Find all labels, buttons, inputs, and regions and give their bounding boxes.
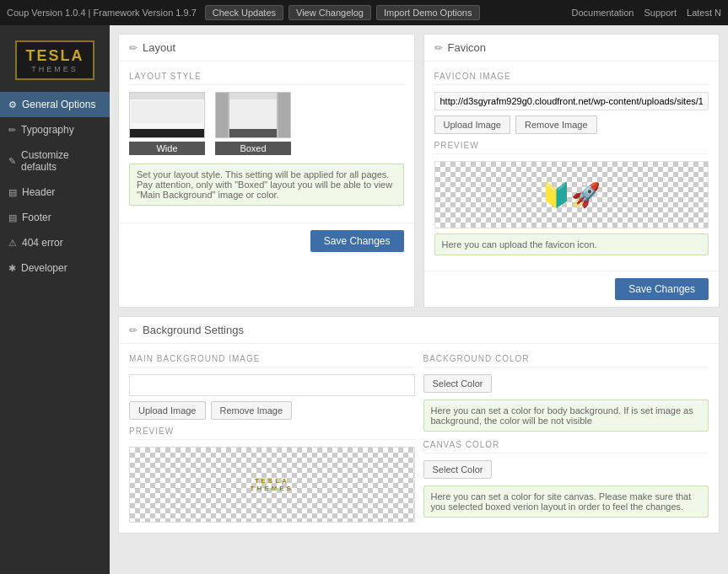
sidebar-item-label: Typography (21, 124, 74, 136)
edit-icon: ✏ (129, 42, 138, 54)
favicon-info-text: Here you can upload the favicon icon. (434, 233, 709, 255)
edit-icon: ✏ (434, 42, 443, 54)
sidebar-item-label: Customize defaults (21, 149, 101, 173)
layout-options: Wide (129, 92, 404, 155)
logo-name: TESLA (25, 47, 84, 65)
sidebar-item-general-options[interactable]: ⚙ General Options (0, 92, 110, 117)
bg-row: MAIN BACKGROUND IMAGE Upload Image Remov… (129, 354, 709, 523)
preview-logo-sub: THEMES (251, 485, 294, 492)
layout-wide-option[interactable]: Wide (129, 92, 205, 155)
favicon-panel-title: Favicon (448, 41, 487, 54)
canvas-color-label: CANVAS COLOR (423, 440, 709, 453)
favicon-preview-area: 🔰🚀 (434, 161, 709, 228)
error-icon: ⚠ (8, 238, 17, 249)
canvas-color-info: Here you can set a color for site canvas… (423, 485, 709, 518)
favicon-panel-footer: Save Changes (424, 271, 720, 307)
edit-icon: ✏ (129, 325, 138, 336)
bg-upload-button[interactable]: Upload Image (129, 401, 206, 420)
gear-icon: ⚙ (8, 99, 17, 110)
favicon-save-button[interactable]: Save Changes (615, 278, 709, 300)
top-row: ✏ Layout LAYOUT STYLE (118, 34, 720, 316)
preview-content (130, 99, 204, 125)
favicon-panel-header: ✏ Favicon (424, 35, 720, 62)
layout-panel: ✏ Layout LAYOUT STYLE (118, 34, 415, 308)
bg-color-info: Here you can set a color for body backgr… (423, 400, 709, 432)
preview-bottom (130, 129, 204, 137)
import-demo-button[interactable]: Import Demo Options (376, 5, 480, 20)
logo-sub: THEMES (25, 65, 84, 73)
sidebar-item-typography[interactable]: ✏ Typography (0, 117, 110, 142)
favicon-preview-label: PREVIEW (434, 141, 709, 154)
check-updates-button[interactable]: Check Updates (205, 5, 283, 20)
center-content (229, 93, 277, 137)
sidebar: TESLA THEMES ⚙ General Options ✏ Typogra… (0, 25, 110, 574)
bg-color-button[interactable]: Select Color (423, 374, 493, 393)
favicon-btn-row: Upload Image Remove Image (434, 115, 709, 134)
box-mid (229, 99, 277, 129)
layout-info-text: Set your layout style. This setting will… (129, 164, 404, 206)
sidebar-logo: TESLA THEMES (0, 32, 110, 92)
sidebar-item-label: Developer (21, 262, 67, 274)
sidebar-item-customize-defaults[interactable]: ✎ Customize defaults (0, 142, 110, 180)
bg-image-input[interactable] (129, 374, 415, 396)
boxed-preview (215, 92, 291, 138)
sidebar-item-footer[interactable]: ▤ Footer (0, 205, 110, 230)
boxed-label: Boxed (215, 142, 291, 155)
preview-main (132, 101, 202, 123)
docs-link[interactable]: Documentation (572, 8, 634, 18)
background-panel-body: MAIN BACKGROUND IMAGE Upload Image Remov… (119, 344, 719, 533)
topbar: Coup Version 1.0.4 | Framework Version 1… (0, 0, 728, 25)
header-icon: ▤ (8, 187, 17, 198)
favicon-preview-icon: 🔰🚀 (542, 181, 601, 209)
background-panel-title: Background Settings (143, 324, 244, 336)
favicon-panel: ✏ Favicon FAVICON IMAGE Upload Image Rem… (423, 34, 720, 308)
bg-preview-area: TESLA THEMES (129, 447, 415, 523)
favicon-panel-body: FAVICON IMAGE Upload Image Remove Image … (424, 62, 720, 271)
favicon-remove-button[interactable]: Remove Image (515, 115, 597, 134)
topbar-right: Documentation Support Latest N (572, 8, 722, 18)
sidebar-item-header[interactable]: ▤ Header (0, 180, 110, 205)
main-content: ✏ Layout LAYOUT STYLE (110, 25, 728, 574)
sidebar-item-404-error[interactable]: ⚠ 404 error (0, 230, 110, 255)
layout-section-label: LAYOUT STYLE (129, 72, 404, 85)
background-panel-header: ✏ Background Settings (119, 317, 719, 344)
sidebar-item-label: Footer (22, 212, 51, 223)
bg-color-label: BACKGROUND COLOR (423, 354, 709, 367)
layout-boxed-option[interactable]: Boxed (215, 92, 291, 155)
bg-remove-button[interactable]: Remove Image (211, 401, 293, 420)
view-changelog-button[interactable]: View Changelog (289, 5, 371, 20)
side-right (278, 93, 290, 137)
developer-icon: ✱ (8, 263, 16, 274)
sidebar-item-label: Header (22, 186, 55, 198)
support-link[interactable]: Support (644, 8, 677, 18)
layout-panel-header: ✏ Layout (119, 35, 414, 62)
wide-label: Wide (129, 142, 205, 155)
footer-icon: ▤ (8, 212, 17, 223)
bg-left: MAIN BACKGROUND IMAGE Upload Image Remov… (129, 354, 415, 523)
layout-panel-title: Layout (143, 41, 175, 54)
wide-preview (129, 92, 205, 138)
bg-right: BACKGROUND COLOR Select Color Here you c… (423, 354, 709, 523)
sidebar-item-label: 404 error (22, 237, 63, 249)
logo-box: TESLA THEMES (15, 40, 94, 80)
app-wrapper: TESLA THEMES ⚙ General Options ✏ Typogra… (0, 25, 728, 574)
favicon-section-label: FAVICON IMAGE (434, 72, 709, 85)
box-top (229, 93, 277, 99)
favicon-url-input[interactable] (434, 92, 709, 110)
sidebar-item-developer[interactable]: ✱ Developer (0, 255, 110, 281)
layout-save-button[interactable]: Save Changes (310, 230, 404, 252)
typography-icon: ✏ (8, 125, 16, 136)
bg-btn-row: Upload Image Remove Image (129, 401, 415, 420)
preview-logo-name: TESLA (251, 477, 294, 485)
customize-icon: ✎ (8, 156, 16, 167)
preview-top (130, 93, 204, 99)
side-left (216, 93, 228, 137)
layout-panel-footer: Save Changes (119, 223, 414, 259)
favicon-upload-button[interactable]: Upload Image (434, 115, 511, 134)
box-bottom (229, 129, 277, 137)
layout-panel-body: LAYOUT STYLE Wide (119, 62, 414, 223)
brand-text: Coup Version 1.0.4 | Framework Version 1… (7, 8, 197, 18)
canvas-color-button[interactable]: Select Color (423, 460, 493, 479)
latest-link[interactable]: Latest N (687, 8, 721, 18)
background-panel: ✏ Background Settings MAIN BACKGROUND IM… (118, 316, 720, 534)
